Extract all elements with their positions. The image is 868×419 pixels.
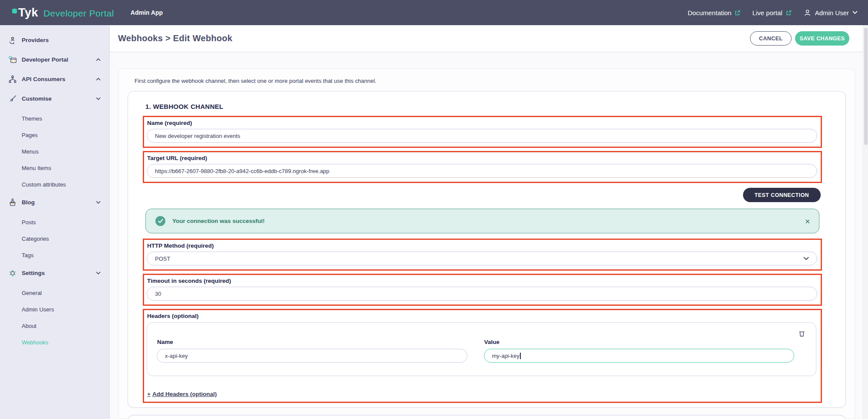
trash-icon (798, 330, 806, 338)
scrollbar-thumb[interactable] (864, 28, 868, 145)
documentation-link-label: Documentation (688, 9, 732, 16)
tyk-logo[interactable]: Tyk Developer Portal (12, 7, 114, 19)
header-value-input[interactable]: my-api-key (484, 349, 795, 363)
success-message: Your connection was successful! (172, 218, 265, 224)
target-url-input[interactable]: https://b667-2607-9880-2fb8-20-a942-cc6b… (147, 164, 817, 178)
user-icon (803, 9, 812, 17)
http-method-select[interactable]: POST (147, 252, 817, 265)
target-url-field-label: Target URL (required) (147, 155, 817, 161)
timeout-field-annotation: Timeout in seconds (required) 30 (143, 274, 822, 306)
sidebar-item-api-consumers[interactable]: API Consumers (0, 69, 109, 89)
sidebar-item-admin-users[interactable]: Admin Users (0, 301, 109, 318)
http-method-field-label: HTTP Method (required) (147, 242, 817, 249)
providers-icon (7, 36, 18, 45)
header-name-value: x-api-key (165, 353, 188, 359)
chevron-down-icon (803, 257, 809, 260)
user-name: Admin User (815, 9, 849, 16)
chevron-down-icon (96, 272, 101, 275)
header-row: Name x-api-key Value my-api-key (157, 338, 794, 363)
headers-field-label: Headers (optional) (147, 313, 817, 319)
customise-icon (7, 94, 18, 104)
add-headers-link[interactable]: + Add Headers (optional) (147, 391, 217, 397)
http-method-selected-value: POST (155, 255, 170, 262)
sidebar-item-customise[interactable]: Customise (0, 89, 109, 108)
cancel-button[interactable]: CANCEL (750, 31, 792, 46)
brand-name: Tyk (18, 7, 38, 19)
name-field-label: Name (required) (147, 120, 817, 126)
settings-gear-icon (7, 268, 18, 278)
text-cursor (520, 353, 521, 359)
headers-field-annotation: Headers (optional) Name (143, 309, 822, 403)
add-headers-link-label: Add Headers (optional) (152, 391, 217, 397)
plus-icon: + (147, 391, 151, 397)
sidebar: Providers Developer Portal API Consumers (0, 25, 110, 419)
api-consumers-icon (7, 75, 18, 84)
sidebar-item-general[interactable]: General (0, 285, 109, 301)
target-url-field-annotation: Target URL (required) https://b667-2607-… (143, 151, 822, 183)
sidebar-item-blog[interactable]: Blog (0, 193, 109, 212)
product-name: Developer Portal (43, 8, 114, 19)
tyk-logo-dot-icon (12, 9, 17, 13)
sidebar-item-categories[interactable]: Categories (0, 230, 109, 247)
chevron-up-icon (96, 78, 101, 81)
external-link-icon (734, 10, 741, 16)
close-icon[interactable]: ✕ (805, 218, 810, 224)
sidebar-item-label: Blog (22, 199, 35, 206)
sidebar-item-label: Developer Portal (22, 56, 68, 63)
delete-header-button[interactable] (798, 330, 806, 338)
app-label: Admin App (131, 9, 163, 16)
external-link-icon (786, 10, 792, 16)
sidebar-item-menus[interactable]: Menus (0, 143, 109, 160)
header-value-value: my-api-key (492, 353, 520, 359)
chevron-down-icon (852, 11, 858, 14)
success-check-icon (155, 216, 165, 226)
success-banner: Your connection was successful! ✕ (145, 209, 819, 233)
sidebar-item-custom-attributes[interactable]: Custom attributes (0, 176, 109, 193)
http-method-field-annotation: HTTP Method (required) POST (143, 239, 822, 271)
sidebar-item-label: Customise (22, 95, 52, 102)
name-field-annotation: Name (required) New developer registrati… (143, 116, 822, 148)
page-title: Webhooks > Edit Webhook (118, 33, 232, 43)
user-menu[interactable]: Admin User (803, 9, 858, 17)
blog-icon (7, 198, 18, 207)
sidebar-item-label: Providers (22, 37, 49, 43)
sidebar-item-settings[interactable]: Settings (0, 263, 109, 283)
sidebar-item-tags[interactable]: Tags (0, 247, 109, 263)
developer-portal-icon (7, 55, 18, 65)
sidebar-item-posts[interactable]: Posts (0, 214, 109, 230)
form-intro-text: First configure the webhook channel, the… (135, 78, 846, 84)
sidebar-item-menu-items[interactable]: Menu Items (0, 160, 109, 176)
section-title: 1. WEBHOOK CHANNEL (145, 103, 822, 110)
test-connection-button[interactable]: TEST CONNECTION (743, 188, 821, 202)
page-header: Webhooks > Edit Webhook CANCEL SAVE CHAN… (110, 25, 868, 52)
sidebar-item-developer-portal[interactable]: Developer Portal (0, 50, 109, 69)
sidebar-item-pages[interactable]: Pages (0, 127, 109, 143)
name-input[interactable]: New developer registration events (147, 129, 817, 143)
timeout-field-label: Timeout in seconds (required) (147, 278, 817, 284)
top-nav: Tyk Developer Portal Admin App Documenta… (0, 0, 868, 25)
header-name-label: Name (157, 339, 467, 345)
save-changes-button[interactable]: SAVE CHANGES (795, 31, 849, 46)
sidebar-item-providers[interactable]: Providers (0, 30, 109, 50)
chevron-down-icon (96, 201, 101, 204)
sidebar-item-themes[interactable]: Themes (0, 110, 109, 127)
timeout-input-value: 30 (155, 291, 161, 297)
documentation-link[interactable]: Documentation (688, 9, 741, 16)
timeout-input[interactable]: 30 (147, 287, 817, 301)
webhook-form-container: First configure the webhook channel, the… (118, 69, 855, 419)
sidebar-item-webhooks[interactable]: Webhooks (0, 334, 109, 350)
page-scrollbar (863, 25, 868, 419)
chevron-up-icon (96, 58, 101, 61)
target-url-input-value: https://b667-2607-9880-2fb8-20-a942-cc6b… (155, 168, 329, 174)
headers-row-group: Name x-api-key Value my-api-key (147, 322, 816, 376)
webhook-channel-card: 1. WEBHOOK CHANNEL Name (required) New d… (128, 91, 846, 408)
next-section-card (128, 415, 846, 419)
live-portal-link[interactable]: Live portal (752, 9, 792, 16)
sidebar-item-about[interactable]: About (0, 318, 109, 334)
live-portal-link-label: Live portal (752, 9, 782, 16)
sidebar-item-label: Settings (22, 270, 45, 276)
header-name-input[interactable]: x-api-key (157, 349, 467, 363)
chevron-down-icon (96, 97, 101, 100)
name-input-value: New developer registration events (155, 133, 240, 139)
sidebar-item-label: API Consumers (22, 76, 66, 82)
